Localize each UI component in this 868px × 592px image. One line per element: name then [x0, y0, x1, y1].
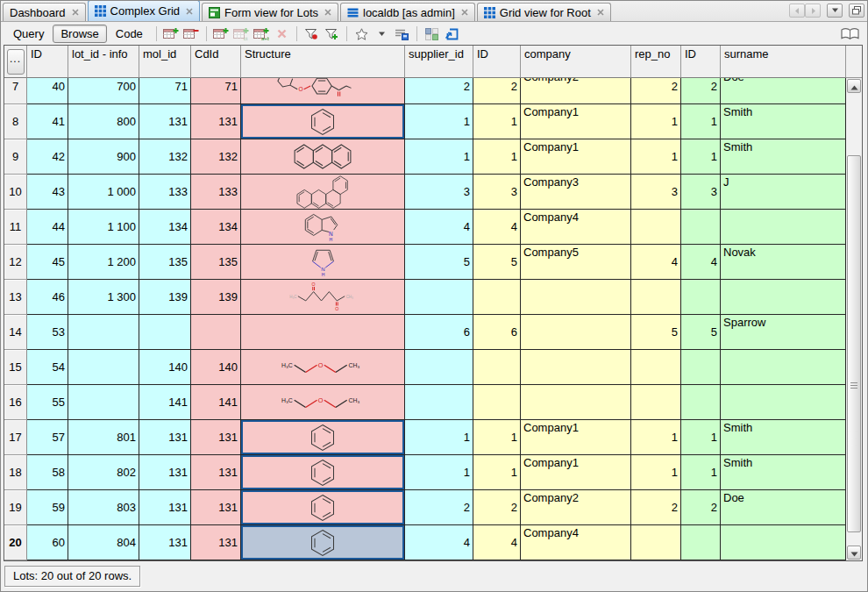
cell-structure[interactable] [241, 315, 405, 350]
cell-mol[interactable]: 141 [139, 385, 191, 420]
cell-surname[interactable] [721, 280, 846, 315]
cell-cdid[interactable]: 131 [191, 455, 241, 490]
cell-id3[interactable] [681, 525, 721, 560]
cell-mol[interactable]: 139 [139, 280, 191, 315]
cell-id3[interactable]: 4 [681, 245, 721, 280]
cell-company[interactable]: Company2 [521, 78, 631, 104]
vertical-scrollbar[interactable] [846, 46, 862, 560]
mode-browse-button[interactable]: Browse [53, 25, 106, 43]
scrollbar-thumb[interactable] [847, 155, 861, 532]
cell-mol[interactable]: 131 [139, 420, 191, 455]
cell-company[interactable]: Company1 [521, 420, 631, 455]
column-header-id[interactable]: ID [473, 46, 521, 78]
column-header-lot-id-info[interactable]: lot_id - info [68, 46, 139, 78]
cell-id2[interactable]: 3 [473, 175, 521, 210]
cell-lot[interactable]: 1 000 [68, 175, 139, 210]
cell-structure[interactable]: OH₃CCH₃ [241, 385, 405, 420]
cell-cdid[interactable] [191, 315, 241, 350]
cell-surname[interactable]: Sparrow [721, 315, 846, 350]
cell-id[interactable]: 43 [27, 175, 68, 210]
row-number-cell[interactable]: 8 [4, 104, 27, 139]
delete-row-button[interactable] [181, 25, 202, 43]
favorites-dropdown-button[interactable] [372, 25, 392, 43]
cell-cdid[interactable]: 133 [191, 175, 241, 210]
cell-company[interactable]: Company3 [521, 175, 631, 210]
cell-id2[interactable]: 1 [473, 455, 521, 490]
cell-mol[interactable]: 133 [139, 175, 191, 210]
mode-query-button[interactable]: Query [5, 25, 52, 43]
cell-supplier[interactable]: 1 [405, 104, 473, 139]
mode-code-button[interactable]: Code [108, 25, 151, 43]
cell-structure[interactable] [241, 104, 405, 139]
cell-id3[interactable] [681, 350, 721, 385]
cell-mol[interactable]: 131 [139, 104, 191, 139]
cell-cdid[interactable]: 140 [191, 350, 241, 385]
cell-id3[interactable]: 1 [681, 104, 721, 139]
cell-id3[interactable]: 5 [681, 315, 721, 350]
cell-cdid[interactable]: 131 [191, 490, 241, 525]
tab-localdb-as-admin[interactable]: localdb [as admin] [340, 3, 475, 21]
cell-id2[interactable] [473, 280, 521, 315]
float-window-button[interactable] [849, 4, 864, 18]
cell-company[interactable]: Company1 [521, 139, 631, 175]
cell-company[interactable] [521, 350, 631, 385]
column-header-cdid[interactable]: CdId [191, 46, 241, 78]
cell-lot[interactable]: 900 [68, 139, 139, 175]
row-number-cell[interactable]: 17 [4, 420, 27, 455]
cell-lot[interactable]: 803 [68, 490, 139, 525]
column-header-mol-id[interactable]: mol_id [139, 46, 191, 78]
cell-mol[interactable]: 140 [139, 350, 191, 385]
cell-surname[interactable] [721, 210, 846, 245]
cell-rep[interactable] [631, 210, 681, 245]
cell-cdid[interactable]: 131 [191, 420, 241, 455]
cell-rep[interactable] [631, 350, 681, 385]
cell-id[interactable]: 44 [27, 210, 68, 245]
cell-lot[interactable]: 700 [68, 78, 139, 104]
cell-id[interactable]: 59 [27, 490, 68, 525]
cell-structure[interactable]: OOH₃CCH₃ [241, 280, 405, 315]
cell-cdid[interactable]: 135 [191, 245, 241, 280]
cell-mol[interactable]: 134 [139, 210, 191, 245]
cell-lot[interactable]: 801 [68, 420, 139, 455]
cell-supplier[interactable]: 2 [405, 78, 473, 104]
cell-id2[interactable]: 4 [473, 525, 521, 560]
scroll-tabs-right-button[interactable] [805, 4, 821, 18]
column-selector-button[interactable]: ... [7, 49, 25, 75]
cell-id3[interactable]: 2 [681, 490, 721, 525]
cell-id[interactable]: 46 [27, 280, 68, 315]
layout-button[interactable] [422, 25, 442, 43]
cell-surname[interactable]: Smith [721, 455, 846, 490]
column-header-structure[interactable]: Structure [241, 46, 405, 78]
cell-id3[interactable]: 1 [681, 139, 721, 175]
cell-id3[interactable]: 3 [681, 175, 721, 210]
cell-supplier[interactable]: 1 [405, 455, 473, 490]
cell-id[interactable]: 58 [27, 455, 68, 490]
cell-rep[interactable]: 2 [631, 78, 681, 104]
column-header-surname[interactable]: surname [721, 46, 846, 78]
cell-cdid[interactable]: 131 [191, 525, 241, 560]
clone-row-ct-button[interactable]: ct [231, 25, 252, 43]
cell-lot[interactable]: 1 100 [68, 210, 139, 245]
scrollbar-track[interactable] [846, 94, 862, 545]
cell-lot[interactable]: 1 200 [68, 245, 139, 280]
cell-id3[interactable] [681, 210, 721, 245]
cell-rep[interactable]: 1 [631, 139, 681, 175]
cell-structure[interactable]: OH₃CCH₃ [241, 350, 405, 385]
cell-id2[interactable]: 4 [473, 210, 521, 245]
cell-supplier[interactable]: 1 [405, 420, 473, 455]
cell-mol[interactable]: 135 [139, 245, 191, 280]
cell-lot[interactable]: 1 300 [68, 280, 139, 315]
cell-lot[interactable] [68, 315, 139, 350]
scroll-up-button[interactable] [847, 79, 861, 93]
bookmarks-button[interactable] [840, 25, 860, 43]
row-number-cell[interactable]: 9 [4, 139, 27, 175]
row-number-cell[interactable]: 11 [4, 210, 27, 245]
cell-company[interactable]: Company4 [521, 210, 631, 245]
tab-dashboard[interactable]: Dashboard [3, 3, 86, 21]
cell-mol[interactable]: 131 [139, 490, 191, 525]
tab-close-icon[interactable] [324, 9, 331, 16]
cancel-changes-button[interactable] [272, 25, 292, 43]
cell-id[interactable]: 40 [27, 78, 68, 104]
row-number-cell[interactable]: 15 [4, 350, 27, 385]
scroll-tabs-left-button[interactable] [789, 4, 805, 18]
